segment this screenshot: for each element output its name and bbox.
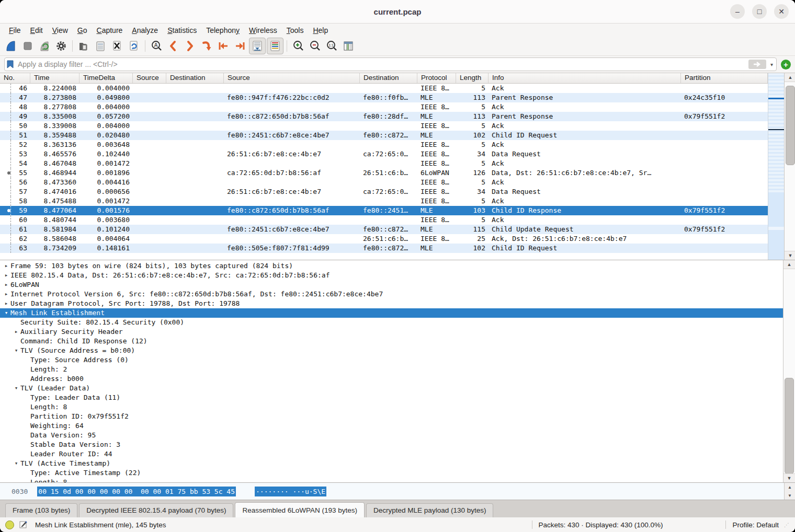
detail-row[interactable]: Security Suite: 802.15.4 Security (0x00) bbox=[0, 318, 783, 327]
detail-row[interactable]: Weighting: 64 bbox=[0, 421, 783, 431]
find-packet-icon[interactable]: A bbox=[149, 38, 164, 54]
capture-restart-icon[interactable] bbox=[37, 38, 52, 54]
packet-row[interactable]: 528.3631360.003648IEEE 8…5Ack bbox=[0, 140, 768, 149]
detail-row[interactable]: ▾TLV (Source Address = b0:00) bbox=[0, 346, 783, 355]
detail-row[interactable]: ▾Mesh Link Establishment bbox=[0, 308, 783, 318]
menu-edit[interactable]: Edit bbox=[26, 25, 48, 36]
detail-row[interactable]: ▸6LoWPAN bbox=[0, 280, 783, 290]
go-last-icon[interactable] bbox=[232, 38, 248, 54]
expander-icon[interactable]: ▸ bbox=[2, 290, 10, 299]
menu-wireless[interactable]: Wireless bbox=[244, 25, 282, 36]
hex-scrollbar[interactable]: ▲▼ bbox=[784, 483, 795, 500]
column-header[interactable]: Length bbox=[456, 73, 489, 83]
detail-row[interactable]: Length: 2 bbox=[0, 365, 783, 374]
detail-row[interactable]: Type: Active Timestamp (22) bbox=[0, 468, 783, 478]
hex-row[interactable]: 0030 00 15 0d 00 00 00 00 00 00 00 01 75… bbox=[0, 483, 784, 500]
packet-row[interactable]: 488.2778080.004000IEEE 8…5Ack bbox=[0, 102, 768, 112]
minimize-button[interactable]: – bbox=[730, 4, 745, 19]
apply-filter-button[interactable] bbox=[748, 60, 766, 69]
expander-icon[interactable]: ▸ bbox=[12, 327, 20, 337]
column-header[interactable]: Partition bbox=[681, 73, 768, 83]
packet-row[interactable]: 568.4733600.004416IEEE 8…5Ack bbox=[0, 178, 768, 187]
menu-go[interactable]: Go bbox=[73, 25, 92, 36]
detail-row[interactable]: Partition ID: 0x79f551f2 bbox=[0, 412, 783, 421]
detail-row[interactable]: Length: 8 bbox=[0, 478, 783, 482]
packet-row[interactable]: 478.2738080.049800fe80::947f:f476:22bc:c… bbox=[0, 93, 768, 102]
display-filter-input[interactable] bbox=[17, 60, 745, 69]
byte-view-tab[interactable]: Decrypted IEEE 802.15.4 payload (70 byte… bbox=[79, 503, 233, 517]
scroll-up-icon[interactable]: ▲ bbox=[783, 260, 795, 269]
packet-row[interactable]: 638.7342090.148161fe80::505e:f807:7f81:4… bbox=[0, 244, 768, 253]
packet-row[interactable]: 518.3594880.020480fe80::2451:c6b7:e8ce:4… bbox=[0, 131, 768, 140]
scroll-down-icon[interactable]: ▼ bbox=[783, 473, 795, 482]
menu-analyze[interactable]: Analyze bbox=[127, 25, 163, 36]
detail-row[interactable]: ▸Internet Protocol Version 6, Src: fe80:… bbox=[0, 290, 783, 299]
resize-columns-icon[interactable] bbox=[340, 38, 356, 54]
go-back-icon[interactable] bbox=[165, 38, 181, 54]
column-header[interactable]: Protocol bbox=[417, 73, 456, 83]
expander-icon[interactable]: ▾ bbox=[2, 308, 10, 318]
scroll-up-icon[interactable]: ▲ bbox=[785, 73, 795, 82]
menu-capture[interactable]: Capture bbox=[92, 25, 128, 36]
packet-list-scrollbar[interactable]: ▲ ▼ bbox=[784, 73, 795, 260]
capture-options-icon[interactable] bbox=[53, 38, 69, 54]
detail-row[interactable]: ▸User Datagram Protocol, Src Port: 19788… bbox=[0, 299, 783, 308]
file-save-icon[interactable] bbox=[93, 38, 108, 54]
expander-icon[interactable]: ▾ bbox=[12, 384, 20, 393]
detail-row[interactable]: Data Version: 95 bbox=[0, 431, 783, 440]
detail-row[interactable]: ▸Auxiliary Security Header bbox=[0, 327, 783, 337]
add-filter-button[interactable]: + bbox=[781, 60, 791, 70]
expander-icon[interactable]: ▸ bbox=[2, 271, 10, 280]
column-header[interactable]: TimeDelta bbox=[80, 73, 133, 83]
scrollbar-thumb[interactable] bbox=[785, 378, 794, 474]
column-header[interactable]: Time bbox=[30, 73, 80, 83]
expander-icon[interactable]: ▸ bbox=[2, 261, 10, 271]
file-close-icon[interactable] bbox=[109, 38, 125, 54]
packet-row[interactable]: 558.4689440.001896ca:72:65:0d:b7:b8:56:a… bbox=[0, 168, 768, 178]
colorize-icon[interactable] bbox=[267, 38, 283, 54]
packet-row[interactable]: 598.4770640.001576fe80::c872:650d:b7b8:5… bbox=[0, 206, 768, 215]
hex-bytes[interactable]: 00 15 0d 00 00 00 00 00 00 00 01 75 bb 5… bbox=[37, 487, 236, 496]
auto-scroll-icon[interactable] bbox=[249, 38, 266, 54]
go-to-packet-icon[interactable] bbox=[199, 38, 214, 54]
scroll-up-icon[interactable]: ▲ bbox=[785, 483, 795, 491]
menu-statistics[interactable]: Statistics bbox=[163, 25, 201, 36]
packet-row[interactable]: 538.4655760.10244026:51:c6:b7:e8:ce:4b:e… bbox=[0, 149, 768, 159]
menu-help[interactable]: Help bbox=[308, 25, 333, 36]
packet-row[interactable]: 508.3390080.004000IEEE 8…5Ack bbox=[0, 121, 768, 131]
column-header[interactable]: Source bbox=[224, 73, 360, 83]
hex-ascii[interactable]: ········ ···u·S\E bbox=[255, 487, 326, 496]
packet-row[interactable]: 618.5819840.101240fe80::2451:c6b7:e8ce:4… bbox=[0, 225, 768, 234]
close-button[interactable]: ✕ bbox=[774, 4, 789, 19]
scrollbar-thumb[interactable] bbox=[786, 86, 795, 165]
capture-stop-icon[interactable] bbox=[20, 38, 36, 54]
packet-list-header[interactable]: No.TimeTimeDeltaSourceDestinationSourceD… bbox=[0, 73, 768, 84]
column-header[interactable]: Info bbox=[489, 73, 681, 83]
detail-row[interactable]: ▸Frame 59: 103 bytes on wire (824 bits),… bbox=[0, 261, 783, 271]
bookmark-icon[interactable] bbox=[7, 60, 14, 68]
detail-row[interactable]: Command: Child ID Response (12) bbox=[0, 337, 783, 346]
scroll-down-icon[interactable]: ▼ bbox=[785, 251, 795, 260]
zoom-original-icon[interactable]: 1:1 bbox=[324, 38, 339, 54]
zoom-out-icon[interactable] bbox=[307, 38, 323, 54]
status-profile[interactable]: Profile: Default bbox=[732, 521, 779, 529]
detail-row[interactable]: Length: 8 bbox=[0, 402, 783, 412]
packet-row[interactable]: 578.4740160.00065626:51:c6:b7:e8:ce:4b:e… bbox=[0, 187, 768, 196]
display-filter-box[interactable]: ▾ bbox=[4, 57, 777, 71]
filter-dropdown-caret[interactable]: ▾ bbox=[769, 62, 774, 67]
detail-row[interactable]: Leader Router ID: 44 bbox=[0, 449, 783, 459]
file-open-icon[interactable] bbox=[76, 38, 92, 54]
detail-row[interactable]: Address: b000 bbox=[0, 374, 783, 384]
detail-row[interactable]: Type: Leader Data (11) bbox=[0, 393, 783, 402]
expander-icon[interactable]: ▾ bbox=[12, 459, 20, 468]
menu-file[interactable]: File bbox=[4, 25, 26, 36]
packet-row[interactable]: 608.4807440.003680IEEE 8…5Ack bbox=[0, 215, 768, 225]
go-forward-icon[interactable] bbox=[182, 38, 198, 54]
resize-grip[interactable]: ⋰ bbox=[784, 522, 790, 528]
byte-view-tab[interactable]: Reassembled 6LoWPAN (193 bytes) bbox=[235, 502, 365, 517]
detail-row[interactable]: ▸IEEE 802.15.4 Data, Dst: 26:51:c6:b7:e8… bbox=[0, 271, 783, 280]
intelligent-scrollbar-minimap[interactable] bbox=[768, 73, 784, 260]
detail-row[interactable]: ▾TLV (Leader Data) bbox=[0, 384, 783, 393]
go-first-icon[interactable] bbox=[215, 38, 231, 54]
byte-view-tab[interactable]: Frame (103 bytes) bbox=[5, 503, 77, 517]
